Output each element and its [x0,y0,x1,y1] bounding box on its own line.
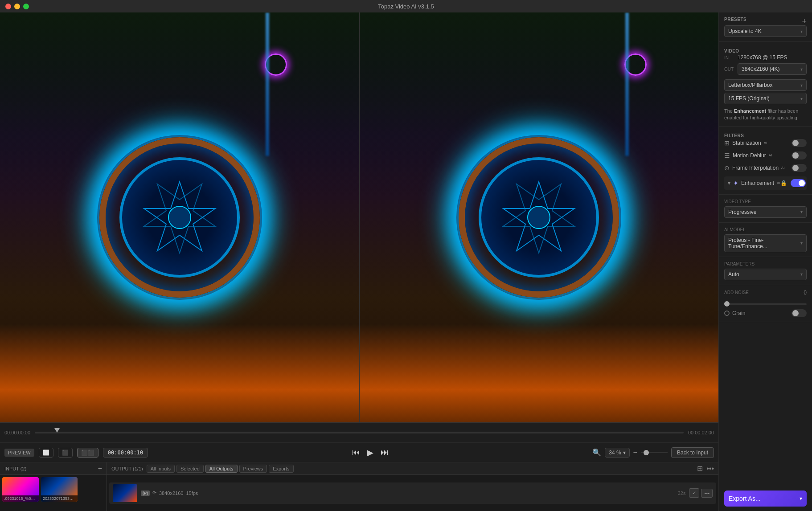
step-forward-button[interactable]: ⏭ [381,448,389,457]
zoom-slider[interactable] [641,452,668,453]
timeline-playhead[interactable] [54,428,60,433]
view-toggle-compare[interactable]: ⬛⬛ [77,448,98,458]
view-toggle-split[interactable]: ⬛ [58,448,73,458]
stabilization-toggle[interactable] [791,139,807,147]
output-expand-btn[interactable]: ⊞ [697,465,703,472]
parameters-section: PARAMETERS Auto ▾ [719,257,812,285]
star-hexagram-left [135,173,224,262]
output-item-meta: (P) ⟳ 3840x2160 15fps 32s [141,490,685,496]
view-toggle-single[interactable]: ⬜ [39,448,53,458]
maximize-button[interactable] [23,4,29,9]
filter-selected[interactable]: Selected [176,465,204,473]
output-checkmark-btn[interactable]: ✓ [689,488,699,498]
filter-stabilization-name: Stabilization [732,140,761,146]
params-title: PARAMETERS [724,262,807,266]
info-note-keyword: Enhancement [734,108,766,114]
panel-spacer [719,322,812,486]
deblur-knob [792,152,799,159]
output-more-btn[interactable]: ••• [706,465,714,472]
filter-all-outputs[interactable]: All Outputs [205,465,238,473]
ai-model-section: AI MODEL Proteus - Fine-Tune/Enhance... … [719,223,812,257]
input-bin-items: .09231015_%05d.png... 20230207135324.mp4… [0,475,107,511]
interpolation-icon: ⊙ [724,164,730,172]
params-dropdown[interactable]: Auto ▾ [724,269,807,280]
output-meta-icon: ⟳ [152,490,156,496]
out-mode-arrow: ▾ [800,83,803,88]
thumb-label-1: .09231015_%05d.png... [2,495,39,502]
output-item-1[interactable]: (P) ⟳ 3840x2160 15fps 32s ✓ ••• [109,482,716,504]
output-mode-dropdown[interactable]: Letterbox/Pillarbox ▾ [724,79,807,91]
video-type-dropdown[interactable]: Progressive ▾ [724,206,807,218]
enhancement-controls: 🔒 [780,179,806,187]
presets-title: PRESETS [724,17,746,22]
output-bin: OUTPUT (1/1) All Inputs Selected All Out… [107,462,718,511]
export-bar: Export As... ▾ [719,486,812,511]
input-bin-header: INPUT (2) + [0,462,107,475]
output-fps-value: 15 FPS (Original) [728,95,770,102]
step-back-button[interactable]: ⏮ [352,448,360,457]
grain-toggle[interactable] [791,309,807,317]
timeline[interactable]: 00:00:00:00 00:00:02:00 [0,422,718,442]
presets-value: Upscale to 4K [728,28,762,34]
enhancement-ai-badge: AI [777,181,780,185]
video-type-title: VIDEO TYPE [724,199,807,204]
video-type-section: VIDEO TYPE Progressive ▾ [719,195,812,223]
input-thumb-2[interactable]: 20230207135324.mp4... [41,477,78,502]
presets-header: PRESETS + [724,17,807,25]
zoom-display[interactable]: 34 % ▾ [605,448,629,458]
filter-deblur-name: Motion Deblur [733,152,766,159]
back-to-input-button[interactable]: Back to Input [671,447,714,458]
video-input-row: IN 1280x768 @ 15 FPS [724,54,807,61]
interpolation-toggle[interactable] [791,164,807,172]
filter-interpolation-name: Frame Interpolation [732,165,779,171]
filter-stabilization-label: ⊞ Stabilization AI [724,139,767,147]
add-preset-button[interactable]: + [802,17,807,25]
output-fps-dropdown[interactable]: 15 FPS (Original) ▾ [724,93,807,104]
enhancement-knob [799,180,805,186]
timeline-track[interactable] [35,432,684,433]
export-button[interactable]: Export As... ▾ [724,491,807,507]
close-button[interactable] [5,4,11,9]
enhancement-chevron: ▾ [728,180,730,186]
out-res-arrow: ▾ [800,67,803,72]
enhancement-toggle[interactable] [791,179,806,187]
info-note-pre: The [724,108,734,114]
filter-exports[interactable]: Exports [269,465,293,473]
output-res-dropdown[interactable]: 3840x2160 (4K) ▾ [738,63,807,75]
grain-row: Grain [724,309,807,317]
deblur-icon: ☰ [724,152,730,159]
ai-model-title: AI MODEL [724,227,807,232]
zoom-value: 34 % [609,450,621,456]
video-section: VIDEO IN 1280x768 @ 15 FPS OUT 3840x2160… [719,42,812,127]
input-bin-title: INPUT (2) [4,466,26,471]
output-bin-title: OUTPUT (1/1) [111,466,143,471]
output-thumb-1 [113,484,137,502]
filter-stabilization-row: ⊞ Stabilization AI [724,139,807,147]
export-arrow: ▾ [800,495,802,502]
input-bin: INPUT (2) + .09231015_%05d.png... 202302… [0,462,107,511]
add-input-button[interactable]: + [98,465,102,472]
filter-all-inputs[interactable]: All Inputs [147,465,175,473]
waterfall-right [625,12,629,156]
presets-dropdown[interactable]: Upscale to 4K ▾ [724,25,807,37]
video-frame-left [0,12,359,422]
input-thumb-1[interactable]: .09231015_%05d.png... [2,477,39,502]
output-fps: 15fps [186,491,198,496]
stabilization-icon: ⊞ [724,139,730,147]
filter-previews[interactable]: Previews [239,465,267,473]
output-dots-btn[interactable]: ••• [701,489,713,498]
noise-value: 0 [804,290,807,296]
grain-label: Grain [724,310,745,316]
zoom-minus[interactable]: − [633,449,637,457]
play-button[interactable]: ▶ [367,448,373,458]
noise-slider[interactable] [724,303,807,305]
titlebar: Topaz Video AI v3.1.5 [0,0,812,12]
ai-model-dropdown[interactable]: Proteus - Fine-Tune/Enhance... ▾ [724,234,807,252]
noise-title: ADD NOISE [724,290,804,295]
star-hexagram-right [494,173,583,262]
output-mode-value: Letterbox/Pillarbox [728,82,772,88]
out-fps-arrow: ▾ [800,96,803,101]
minimize-button[interactable] [14,4,20,9]
enhancement-label: ▾ ✦ Enhancement AI [728,180,780,187]
deblur-toggle[interactable] [791,151,807,159]
